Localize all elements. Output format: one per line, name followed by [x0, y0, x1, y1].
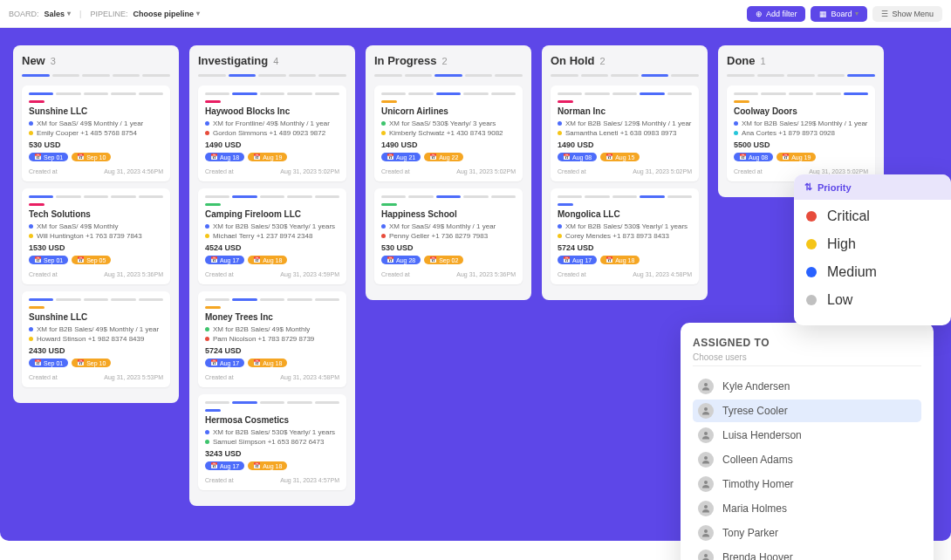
- board-dropdown[interactable]: Sales▾: [44, 10, 72, 18]
- card[interactable]: Haywood Blocks IncXM for Frontline/ 49$ …: [198, 85, 346, 181]
- date-tag-start[interactable]: 📅Aug 21: [381, 153, 421, 161]
- card[interactable]: Camping Fireloom LLCXM for B2B Sales/ 53…: [198, 188, 346, 284]
- board-icon: ▦: [819, 10, 827, 18]
- card-title: Hermosa Cosmetics: [205, 415, 339, 425]
- dot-icon: [205, 121, 209, 126]
- card-price: 530 USD: [381, 243, 516, 252]
- date-tag-end[interactable]: 📅Aug 15: [600, 153, 640, 161]
- avatar: [698, 379, 714, 394]
- card-price: 1490 USD: [205, 140, 339, 149]
- date-tag-start[interactable]: 📅Aug 17: [205, 359, 244, 367]
- priority-stripe: [734, 100, 749, 103]
- user-option[interactable]: Tyrese Cooler: [693, 400, 921, 422]
- user-option[interactable]: Colleen Adams: [693, 448, 921, 471]
- date-tag-end[interactable]: 📅Sep 02: [424, 256, 463, 264]
- date-tag-end[interactable]: 📅Aug 18: [248, 256, 287, 264]
- dot-icon: [29, 234, 33, 238]
- user-option[interactable]: Maria Holmes: [693, 497, 921, 520]
- date-tag-start[interactable]: 📅Aug 08: [734, 153, 773, 161]
- date-tag-start[interactable]: 📅Sep 01: [29, 153, 68, 161]
- pipeline-dropdown[interactable]: Choose pipeline▾: [133, 10, 200, 18]
- add-filter-button[interactable]: ⊕Add filter: [747, 6, 806, 22]
- dot-icon: [381, 234, 386, 238]
- date-tag-start[interactable]: 📅Aug 17: [205, 256, 244, 264]
- card-meta: Created atAug 31, 2023 5:02PM: [381, 165, 516, 174]
- board-label: BOARD:: [9, 10, 39, 18]
- avatar: [698, 501, 714, 516]
- calendar-icon: 📅: [34, 154, 42, 160]
- column-count: 4: [273, 56, 278, 66]
- sort-icon: ⇅: [804, 181, 812, 193]
- svg-point-0: [704, 383, 708, 386]
- date-tag-end[interactable]: 📅Sep 10: [72, 153, 111, 161]
- date-tag-end[interactable]: 📅Sep 10: [72, 359, 111, 367]
- date-tag-start[interactable]: 📅Sep 01: [29, 359, 68, 367]
- date-tag-end[interactable]: 📅Aug 19: [248, 153, 287, 161]
- dot-icon: [29, 121, 33, 126]
- user-option[interactable]: Kyle Andersen: [693, 375, 921, 398]
- date-tag-start[interactable]: 📅Aug 08: [558, 153, 597, 161]
- chevron-down-icon: ▾: [855, 10, 859, 17]
- priority-stripe: [29, 203, 44, 206]
- priority-stripe: [29, 306, 44, 309]
- assigned-subtitle: Choose users: [693, 352, 921, 366]
- card-title: Sunshine LLC: [29, 312, 163, 322]
- user-option[interactable]: Tony Parker: [693, 522, 921, 544]
- calendar-icon: 📅: [253, 462, 261, 469]
- priority-stripe: [205, 306, 221, 309]
- chevron-down-icon: ▾: [67, 10, 71, 17]
- user-name: Colleen Adams: [722, 454, 793, 466]
- priority-option[interactable]: Medium: [806, 264, 939, 280]
- pipeline-label: PIPELINE:: [90, 10, 127, 18]
- dot-icon: [205, 131, 209, 135]
- priority-option[interactable]: Low: [806, 292, 939, 308]
- card[interactable]: Sunshine LLCXM for SaaS/ 49$ Monthly / 1…: [22, 85, 170, 181]
- date-tag-end[interactable]: 📅Aug 18: [600, 256, 640, 264]
- board-view-button[interactable]: ▦Board▾: [811, 6, 867, 22]
- priority-stripe: [29, 100, 44, 103]
- card[interactable]: Hermosa CosmeticsXM for B2B Sales/ 530$ …: [198, 394, 346, 490]
- calendar-icon: 📅: [77, 359, 85, 366]
- card-price: 5724 USD: [558, 243, 692, 252]
- column-investigating: Investigating4Haywood Blocks IncXM for F…: [189, 45, 355, 506]
- card[interactable]: Money Trees IncXM for B2B Sales/ 49$ Mon…: [198, 291, 346, 387]
- card-meta: Created atAug 31, 2023 4:58PM: [205, 371, 339, 380]
- priority-label: Medium: [827, 264, 877, 280]
- card[interactable]: Tech SolutionsXM for SaaS/ 49$ MonthlyWi…: [22, 188, 170, 284]
- show-menu-button[interactable]: ☰Show Menu: [872, 6, 942, 22]
- dot-icon: [734, 131, 738, 135]
- calendar-icon: 📅: [34, 359, 42, 366]
- date-tag-end[interactable]: 📅Aug 22: [424, 153, 463, 161]
- priority-header[interactable]: ⇅Priority: [794, 174, 951, 200]
- card[interactable]: Mongolica LLCXM for B2B Sales/ 530$ Year…: [551, 188, 699, 284]
- date-tag-end[interactable]: 📅Aug 18: [248, 359, 287, 367]
- dot-icon: [558, 224, 562, 229]
- user-name: Maria Holmes: [722, 502, 787, 515]
- menu-icon: ☰: [881, 10, 888, 18]
- card[interactable]: Unicorn AirlinesXM for SaaS/ 530$ Yearly…: [374, 85, 523, 181]
- user-option[interactable]: Timothy Homer: [693, 473, 921, 495]
- column-count: 2: [600, 56, 605, 66]
- calendar-icon: 📅: [739, 154, 747, 160]
- card[interactable]: Happiness SchoolXM for SaaS/ 49$ Monthly…: [374, 188, 523, 284]
- date-tag-start[interactable]: 📅Sep 01: [29, 256, 68, 264]
- card-product: XM for SaaS/ 49$ Monthly / 1 year: [29, 120, 163, 127]
- date-tag-end[interactable]: 📅Sep 05: [72, 256, 111, 264]
- date-tag-start[interactable]: 📅Aug 18: [205, 153, 244, 161]
- card[interactable]: Coolway DoorsXM for B2B Sales/ 129$ Mont…: [727, 85, 875, 181]
- date-tag-start[interactable]: 📅Aug 28: [381, 256, 421, 264]
- date-tag-start[interactable]: 📅Aug 17: [558, 256, 597, 264]
- date-tag-end[interactable]: 📅Aug 18: [248, 461, 287, 470]
- svg-point-1: [704, 407, 708, 411]
- dot-icon: [29, 224, 33, 229]
- date-tag-start[interactable]: 📅Aug 17: [205, 461, 244, 470]
- assigned-title: ASSIGNED TO: [693, 337, 921, 349]
- priority-option[interactable]: High: [806, 236, 939, 252]
- user-option[interactable]: Brenda Hoover: [693, 546, 921, 560]
- priority-option[interactable]: Critical: [806, 208, 939, 224]
- user-option[interactable]: Luisa Henderson: [693, 424, 921, 447]
- date-tag-end[interactable]: 📅Aug 19: [777, 153, 816, 161]
- priority-dot-icon: [806, 267, 817, 277]
- card[interactable]: Norman IncXM for B2B Sales/ 129$ Monthly…: [551, 85, 699, 181]
- card[interactable]: Sunshine LLCXM for B2B Sales/ 49$ Monthl…: [22, 291, 170, 387]
